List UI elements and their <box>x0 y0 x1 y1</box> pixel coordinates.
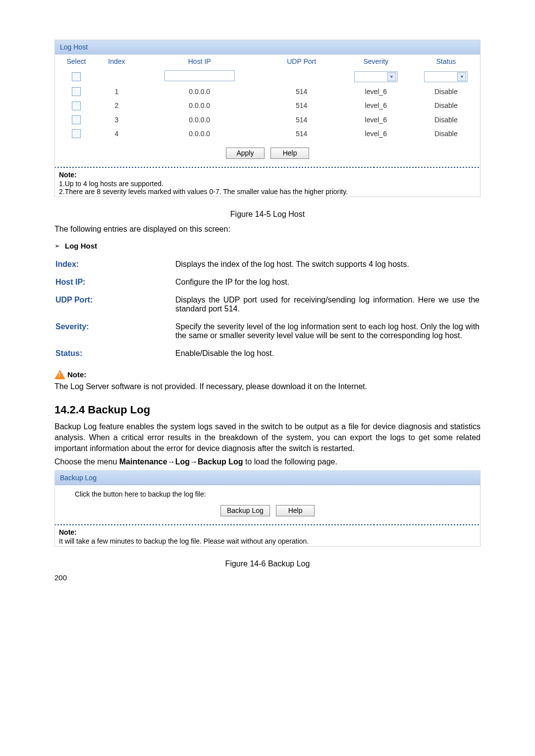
note-line: 1.Up to 4 log hosts are supported. <box>59 180 478 188</box>
backup-paragraph: Backup Log feature enables the system lo… <box>54 421 481 454</box>
col-select: Select <box>55 54 98 68</box>
col-index: Index <box>98 54 136 68</box>
menu-path-line: Choose the menu Maintenance→Log→Backup L… <box>54 456 481 467</box>
cell-status: Disable <box>412 113 480 127</box>
figure-caption: Figure 14-5 Log Host <box>54 210 481 219</box>
cell-severity: level_6 <box>340 85 412 99</box>
def-desc-index: Displays the index of the log host. The … <box>175 256 480 273</box>
log-host-panel-title: Log Host <box>55 40 480 54</box>
chevron-down-icon: ▾ <box>387 72 396 81</box>
page-number: 200 <box>54 573 481 582</box>
cell-severity: level_6 <box>340 113 412 127</box>
warning-icon <box>54 370 65 379</box>
def-desc-host-ip: Configure the IP for the log host. <box>175 274 480 291</box>
cell-status: Disable <box>412 85 480 99</box>
backup-instruction: Click the button here to backup the log … <box>55 485 480 498</box>
menu-bold: Maintenance→Log→Backup Log <box>119 457 243 466</box>
severity-select[interactable]: ▾ <box>354 71 398 82</box>
note-heading: Note: <box>59 171 478 179</box>
cell-udp-port: 514 <box>263 85 339 99</box>
backup-note: Note: It will take a few minutes to back… <box>55 525 480 546</box>
help-button[interactable]: Help <box>270 148 309 159</box>
log-host-button-row: Apply Help <box>55 141 480 167</box>
col-severity: Severity <box>340 54 412 68</box>
col-host-ip: Host IP <box>136 54 263 68</box>
warning-text: The Log Server software is not provided.… <box>54 381 481 392</box>
apply-button[interactable]: Apply <box>226 148 265 159</box>
cell-udp-port: 514 <box>263 127 339 141</box>
backup-log-panel-title: Backup Log <box>55 471 480 485</box>
log-host-panel: Log Host Select Index Host IP UDP Port S… <box>54 40 481 197</box>
def-desc-status: Enable/Disable the log host. <box>175 345 480 362</box>
cell-index: 3 <box>98 113 136 127</box>
cell-status: Disable <box>412 127 480 141</box>
col-status: Status <box>412 54 480 68</box>
cell-host-ip: 0.0.0.0 <box>136 127 263 141</box>
cell-udp-port: 514 <box>263 99 339 112</box>
log-host-table: Select Index Host IP UDP Port Severity S… <box>55 54 480 141</box>
table-header-row: Select Index Host IP UDP Port Severity S… <box>55 54 480 68</box>
backup-button-row: Backup Log Help <box>55 498 480 524</box>
status-select[interactable]: ▾ <box>424 71 468 82</box>
row-checkbox[interactable] <box>72 101 81 110</box>
host-ip-input[interactable] <box>164 70 235 81</box>
intro-text: The following entries are displayed on t… <box>54 224 481 235</box>
col-udp-port: UDP Port <box>263 54 339 68</box>
note-heading: Note: <box>59 528 478 536</box>
backup-log-panel: Backup Log Click the button here to back… <box>54 470 481 547</box>
chevron-down-icon: ▾ <box>457 72 466 81</box>
backup-log-button[interactable]: Backup Log <box>220 505 270 516</box>
cell-host-ip: 0.0.0.0 <box>136 85 263 99</box>
note-line: 2.There are 8 severity levels marked wit… <box>59 188 478 196</box>
def-desc-udp-port: Displays the UDP port used for receiving… <box>175 292 480 317</box>
section-label: Log Host <box>65 242 97 250</box>
section-heading: 14.2.4 Backup Log <box>54 403 481 416</box>
cell-index: 4 <box>98 127 136 141</box>
section-bullet: ➢ Log Host <box>54 242 481 250</box>
table-row: 4 0.0.0.0 514 level_6 Disable <box>55 127 480 141</box>
table-row: 1 0.0.0.0 514 level_6 Disable <box>55 85 480 99</box>
row-checkbox[interactable] <box>72 87 81 96</box>
cell-host-ip: 0.0.0.0 <box>136 113 263 127</box>
cell-index: 1 <box>98 85 136 99</box>
table-input-row: ▾ ▾ <box>55 68 480 85</box>
figure-caption: Figure 14-6 Backup Log <box>54 559 481 568</box>
cell-host-ip: 0.0.0.0 <box>136 99 263 112</box>
def-term-host-ip: Host IP: <box>55 274 174 291</box>
def-term-udp-port: UDP Port: <box>55 292 174 317</box>
menu-suffix: to load the following page. <box>243 457 337 466</box>
cell-severity: level_6 <box>340 127 412 141</box>
cell-udp-port: 514 <box>263 113 339 127</box>
help-button[interactable]: Help <box>276 505 315 516</box>
definition-list: Index: Displays the index of the log hos… <box>54 255 481 363</box>
warning-note-header: Note: <box>54 370 481 379</box>
def-desc-severity: Specify the severity level of the log in… <box>175 318 480 344</box>
def-term-index: Index: <box>55 256 174 273</box>
row-checkbox[interactable] <box>72 129 81 138</box>
table-row: 2 0.0.0.0 514 level_6 Disable <box>55 99 480 112</box>
menu-prefix: Choose the menu <box>54 457 119 466</box>
cell-index: 2 <box>98 99 136 112</box>
def-term-status: Status: <box>55 345 174 362</box>
arrow-icon: ➢ <box>54 242 60 250</box>
table-row: 3 0.0.0.0 514 level_6 Disable <box>55 113 480 127</box>
cell-severity: level_6 <box>340 99 412 112</box>
note-line: It will take a few minutes to backup the… <box>59 537 478 545</box>
log-host-note: Note: 1.Up to 4 log hosts are supported.… <box>55 168 480 197</box>
warning-label: Note: <box>67 370 86 379</box>
cell-status: Disable <box>412 99 480 112</box>
select-all-checkbox[interactable] <box>72 72 81 81</box>
row-checkbox[interactable] <box>72 115 81 124</box>
def-term-severity: Severity: <box>55 318 174 344</box>
